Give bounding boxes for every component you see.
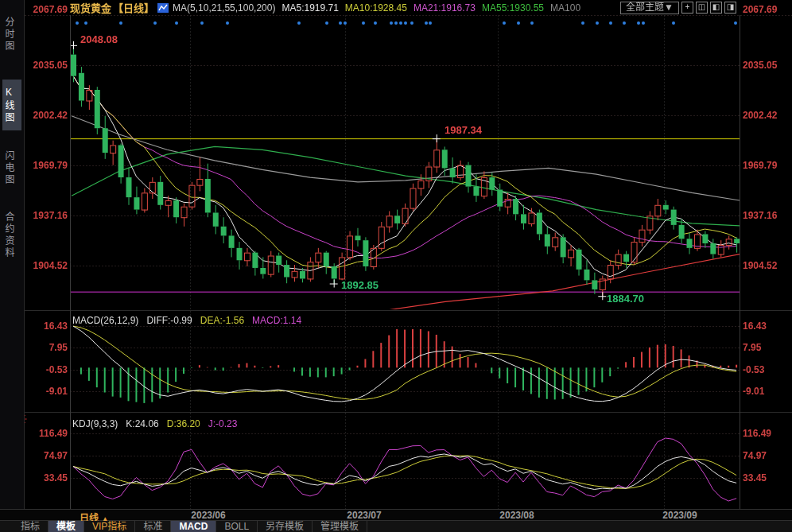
sidebar-item-lightning[interactable]: 闪电图 [2, 145, 21, 191]
ma21-value: MA21:1916.73 [413, 2, 476, 14]
layout-right-icon[interactable]: ◨ [724, 2, 736, 14]
sidebar-item-timeshare[interactable]: 分时图 [2, 11, 21, 57]
ma5-value: MA5:1919.71 [281, 2, 338, 14]
date-axis-label: 2023/09 [654, 510, 705, 521]
date-axis-label: 2023/08 [491, 510, 542, 521]
macd-axis-label-left: -0.53 [27, 364, 68, 375]
macd-axis-label-right: 16.43 [743, 320, 767, 332]
symbol-name: 现货黄金 [70, 0, 111, 15]
kdj-d-value: D:36.20 [167, 418, 200, 429]
tab-boll[interactable]: BOLL [216, 521, 258, 532]
date-axis-label: 2023/07 [339, 510, 390, 521]
topbar: 现货黄金 【日线】 MA(5,10,21,55,100,200) MA5:191… [0, 0, 792, 15]
macd-axis-label-right: -0.53 [743, 364, 764, 375]
kdj-name: KDJ(9,3,3) [72, 418, 118, 429]
tab-vip-indicators[interactable]: VIP指标 [84, 521, 135, 532]
tab-macd[interactable]: MACD [171, 521, 216, 532]
kdj-k-value: K:24.06 [126, 418, 158, 429]
price-axis-label-right: 1937.16 [743, 210, 777, 221]
price-axis-label-right: 2035.05 [743, 60, 777, 71]
ma100-value: MA100 [550, 2, 580, 14]
tab-save-template[interactable]: 另存模板 [258, 521, 313, 532]
price-axis-label-left: 1904.52 [27, 260, 68, 271]
theme-dropdown[interactable]: 全部主题▼ [620, 2, 679, 14]
price-axis-label-right: 1904.52 [743, 260, 777, 271]
trading-app-window: 现货黄金 【日线】 MA(5,10,21,55,100,200) MA5:191… [0, 0, 792, 532]
sidebar-item-kline[interactable]: K线图 [2, 80, 21, 130]
price-annotation-low: 1884.70 [607, 293, 644, 305]
price-axis-label-right: 2002.42 [743, 110, 777, 121]
price-axis-label-left: 1937.16 [27, 210, 68, 221]
bottom-tabbar: 指标 模板 VIP指标 标准 MACD BOLL 另存模板 管理模板 [0, 521, 792, 532]
price-annotation-high: 2048.08 [80, 33, 118, 45]
tab-manage-template[interactable]: 管理模板 [313, 521, 367, 532]
sidebar-item-contract-info[interactable]: 合约资料 [2, 205, 21, 266]
ma10-value: MA10:1928.45 [345, 2, 407, 14]
kline-chart-icon [157, 3, 169, 13]
price-axis-label-left: 2035.05 [27, 60, 68, 71]
tab-templates[interactable]: 模板 [49, 521, 84, 532]
ma-group-label: MA(5,10,21,55,100,200) [173, 2, 275, 14]
kdj-axis-label-right: 33.45 [743, 472, 767, 483]
pan-icon[interactable]: + [681, 2, 693, 14]
macd-axis-label-left: 7.95 [27, 342, 68, 353]
kdj-axis-label-right: 116.49 [743, 428, 771, 439]
macd-axis-label-right: -9.01 [743, 386, 764, 397]
tab-indicators[interactable]: 指标 [13, 521, 49, 532]
kdj-axis-label-right: 74.97 [743, 450, 767, 461]
kdj-axis-label-left: 33.45 [27, 472, 68, 483]
price-axis-label-left: 1969.79 [27, 160, 68, 171]
chart-type-sidebar: 分时图 K线图 闪电图 合约资料 [0, 0, 25, 509]
date-axis-label: 2023/06 [183, 510, 234, 521]
kdj-axis-label-left: 116.49 [27, 428, 68, 439]
main-chart-canvas[interactable] [0, 0, 792, 532]
macd-axis-label-left: -9.01 [27, 386, 68, 397]
kdj-axis-label-left: 74.97 [27, 450, 68, 461]
macd-indicator-row: MACD(26,12,9) DIFF:-0.99 DEA:-1.56 MACD:… [72, 315, 301, 326]
kdj-indicator-row: KDJ(9,3,3) K:24.06 D:36.20 J:-0.23 [72, 418, 237, 429]
macd-dea-value: DEA:-1.56 [200, 315, 244, 326]
macd-macd-value: MACD:1.14 [252, 315, 301, 326]
price-annotation-high: 1987.34 [445, 124, 482, 136]
price-axis-label-right: 1969.79 [743, 160, 777, 171]
ma55-value: MA55:1930.55 [482, 2, 544, 14]
macd-name: MACD(26,12,9) [72, 315, 138, 326]
period-tag: 【日线】 [113, 0, 154, 15]
tab-standard[interactable]: 标准 [135, 521, 171, 532]
price-annotation-low: 1892.85 [341, 279, 379, 291]
price-axis-label-left: 2002.42 [27, 110, 68, 121]
macd-diff-value: DIFF:-0.99 [146, 315, 192, 326]
macd-axis-label-left: 16.43 [27, 320, 68, 332]
layout-split-icon[interactable]: ◫ [696, 2, 708, 14]
macd-axis-label-right: 7.95 [743, 342, 761, 353]
layout-left-icon[interactable]: ◧ [710, 2, 722, 14]
kdj-j-value: J:-0.23 [208, 418, 238, 429]
